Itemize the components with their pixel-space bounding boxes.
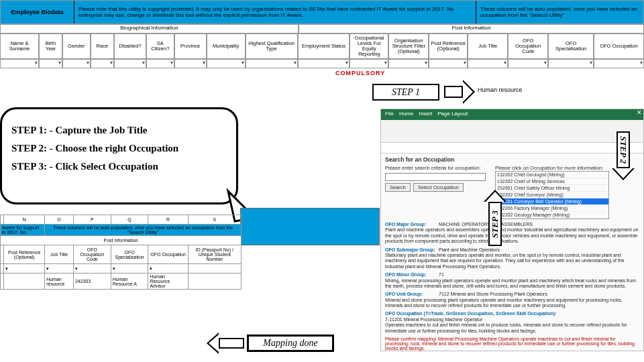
step2-label: STEP 2: [616, 131, 630, 168]
col-muni: Municipality: [207, 34, 246, 59]
callout-line1: STEP 1: - Capture the Job Title: [11, 121, 227, 139]
col-job: Job Title: [468, 34, 508, 59]
filter-row: [0, 59, 644, 68]
col-occlvl: Occupational Levels For Equity Reporting: [350, 34, 388, 59]
callout-line2: STEP 2: - Choose the right Occupation: [11, 139, 227, 158]
biodata-row: Employee Biodata Please note that this u…: [0, 0, 644, 24]
panel-body: Search for an Occupation Please enter se…: [381, 154, 643, 353]
blue-strip: [240, 208, 380, 245]
panel-title: Search for an Occupation: [385, 156, 639, 163]
filter[interactable]: [594, 59, 644, 68]
col-province: Province: [174, 34, 207, 59]
filter[interactable]: [0, 59, 39, 68]
col-ofocode: OFO Occupation Code: [508, 34, 548, 59]
filter[interactable]: [548, 59, 594, 68]
filter[interactable]: [246, 59, 298, 68]
ribbon-tools: [381, 120, 643, 143]
filter[interactable]: [429, 59, 468, 68]
col-qual: Highest Qualification Type: [246, 34, 298, 59]
biodata-label: Employee Biodata: [1, 1, 74, 23]
mapping-done-label: Mapping done: [247, 335, 334, 352]
compulsory-label: COMPULSORY: [335, 70, 385, 76]
filter[interactable]: [388, 59, 429, 68]
occ-block: OFO Occupation (T=Trade, G=Green Occupat…: [385, 311, 639, 334]
col-postref: Post Reference (Optional): [429, 34, 468, 59]
major-block: OFO Major Group:MACHINE OPERATORS and AS…: [385, 222, 639, 245]
col-gender: Gender: [62, 34, 91, 59]
select-occupation-button[interactable]: Select Occupation: [413, 183, 464, 192]
mapping-confirm: Please confirm mapping: Mineral Processi…: [385, 337, 639, 351]
group-row: Biographical Information Post Informatio…: [0, 24, 644, 34]
tab-insert[interactable]: Insert: [419, 111, 432, 119]
tab-home[interactable]: Home: [399, 111, 413, 119]
human-resource-text: Human resource: [478, 86, 523, 93]
list-item[interactable]: 132202 Chief Geologist (Mining): [496, 172, 608, 178]
col-org: Organisation Structure Filter (Optional): [388, 34, 429, 59]
list-item-selected[interactable]: 711101 Conveyor Belt Operator (Mining): [496, 198, 608, 205]
search-input[interactable]: [385, 173, 486, 181]
unit-block: OFO Unit Group:7112 Mineral and Stone Pr…: [385, 292, 639, 308]
filter[interactable]: [207, 59, 246, 68]
header-row: Name & Surname Birth Year Gender Race Di…: [0, 34, 644, 59]
list-item[interactable]: 252901 Chief Safety Officer Mining: [496, 185, 608, 192]
biodata-text2: These columns will be auto-populated, on…: [476, 1, 643, 23]
occupation-search-panel: File Home Insert Page Layout ✕ Search fo…: [380, 109, 644, 351]
filter[interactable]: [298, 59, 350, 68]
filter[interactable]: ▾: [73, 264, 111, 274]
col-emp: Employment Status: [298, 34, 350, 59]
filter[interactable]: [114, 59, 146, 68]
tab-file[interactable]: File: [385, 111, 394, 119]
filter[interactable]: [350, 59, 388, 68]
filter[interactable]: ▾: [111, 264, 148, 274]
filter[interactable]: ▾: [148, 264, 188, 274]
step3-arrow: STEP 3: [485, 190, 505, 250]
filter[interactable]: [146, 59, 174, 68]
filter[interactable]: [91, 59, 114, 68]
group-post: Post Information: [299, 24, 644, 34]
submajor-block: OFO Submajor Group:Plant and Machine Ope…: [385, 247, 639, 270]
mini-spreadsheet: NOPQRS Aware for support in 2017. NoThes…: [0, 215, 241, 290]
col-citizen: SA Citizen?: [146, 34, 174, 59]
filter[interactable]: [468, 59, 508, 68]
search-button[interactable]: Search: [385, 183, 411, 192]
col-ofospec: OFO Specialisation: [548, 34, 594, 59]
occupation-list[interactable]: 132202 Chief Geologist (Mining) 132202 C…: [495, 171, 609, 219]
col-birth: Birth Year: [39, 34, 62, 59]
list-item[interactable]: 132206 Factory Manager (Mining): [496, 205, 608, 212]
step2-arrow: STEP 2: [613, 131, 633, 185]
close-icon[interactable]: ✕: [637, 109, 642, 116]
formula-bar[interactable]: [381, 143, 643, 154]
step3-label: STEP 3: [488, 202, 502, 246]
minor-block: OFO Minor Group:71 Mining, mineral proce…: [385, 272, 639, 289]
col-disabled: Disabled?: [114, 34, 146, 59]
mini-postinfo: Post Information: [1, 236, 241, 245]
tab-layout[interactable]: Page Layout: [437, 111, 468, 119]
steps-callout: STEP 1: - Capture the Job Title STEP 2: …: [0, 107, 238, 204]
top-spreadsheet: Employee Biodata Please note that this u…: [0, 0, 644, 68]
filter[interactable]: ▾: [45, 264, 74, 274]
callout-line3: STEP 3: - Click Select Occupation: [11, 158, 227, 176]
filter[interactable]: [39, 59, 62, 68]
mini-auto: These columns will be auto-populated, on…: [45, 225, 241, 236]
filter[interactable]: [174, 59, 207, 68]
col-race: Race: [91, 34, 114, 59]
list-item[interactable]: 132202 Chief of Mining Services: [496, 178, 608, 185]
filter[interactable]: [62, 59, 91, 68]
mini-note: Aware for support in 2017. No: [1, 225, 45, 236]
list-item[interactable]: 132202 Chief Surveyor (Mining): [496, 192, 608, 198]
col-ofoocc: OFO Occupation: [594, 34, 644, 59]
group-bio: Biographical Information: [0, 24, 299, 34]
filter[interactable]: ▾: [4, 264, 45, 274]
search-label: Please enter search criteria for occupat…: [385, 165, 492, 171]
list-item[interactable]: 132202 Geology Manager (Mining): [496, 212, 608, 219]
step1-label: STEP 1: [372, 84, 439, 101]
filter[interactable]: [508, 59, 548, 68]
biodata-text: Please note that this utility is copyrig…: [74, 1, 476, 23]
excel-ribbon: File Home Insert Page Layout ✕: [381, 109, 643, 120]
col-name: Name & Surname: [0, 34, 39, 59]
